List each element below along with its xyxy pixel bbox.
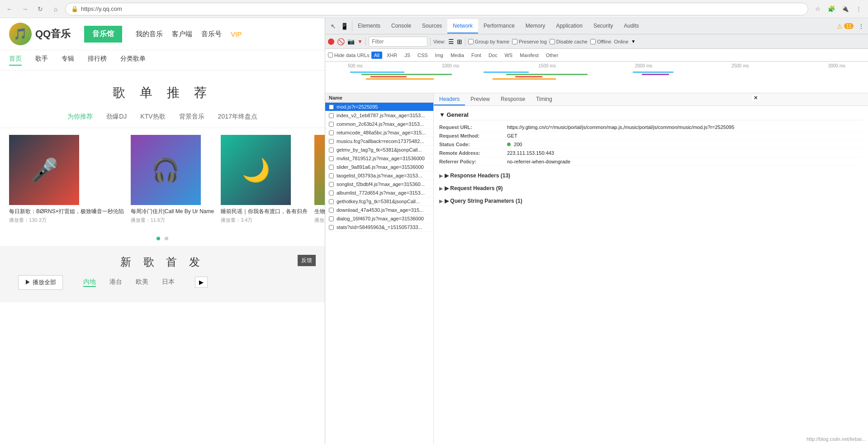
filter-img[interactable]: Img [432, 52, 446, 59]
clear-icon[interactable]: 🚫 [337, 38, 345, 45]
details-tab-response[interactable]: Response [495, 93, 531, 105]
hide-data-urls-checkbox[interactable] [328, 53, 333, 57]
tab-elements[interactable]: Elements [352, 19, 386, 33]
request-row-7[interactable]: slider_9a891a6.js?max_age=31536000 [325, 163, 433, 172]
tab-audits[interactable]: Audits [618, 19, 644, 33]
req-checkbox-0[interactable] [329, 105, 334, 110]
music-card-0[interactable]: 🎤 每日新歌：BØRNS×打雷姐，极致嗓音一秒沦陷 播放量：130.3万 [9, 135, 124, 224]
filter-media[interactable]: Media [448, 52, 467, 59]
req-checkbox-12[interactable] [329, 208, 334, 213]
filter-manifest[interactable]: Manifest [517, 52, 541, 59]
preserve-log-label[interactable]: Preserve log [512, 39, 547, 44]
response-headers-toggle[interactable]: ▶ ▶ Response Headers (13) [439, 171, 863, 181]
recommend-tab-1[interactable]: 劲爆DJ [106, 113, 127, 121]
request-row-0[interactable]: mod.js?r=2525095 [325, 103, 433, 111]
record-button[interactable] [328, 38, 334, 45]
query-params-toggle[interactable]: ▶ ▶ Query String Parameters (1) [439, 196, 863, 206]
req-checkbox-10[interactable] [329, 191, 334, 196]
filter-doc[interactable]: Doc [486, 52, 500, 59]
offline-checkbox[interactable] [590, 39, 596, 44]
details-tab-preview[interactable]: Preview [465, 93, 495, 105]
disable-cache-label[interactable]: Disable cache [550, 39, 588, 44]
address-bar[interactable]: 🔒 https://y.qq.com [65, 3, 808, 15]
filter-font[interactable]: Font [469, 52, 484, 59]
filter-all[interactable]: All [371, 52, 382, 59]
req-checkbox-1[interactable] [329, 113, 334, 118]
request-row-9[interactable]: songlist_f2bdbf4.js?max_age=315360... [325, 180, 433, 189]
online-dropdown-icon[interactable]: ▼ [631, 39, 636, 44]
disable-cache-checkbox[interactable] [550, 39, 555, 44]
feedback-button[interactable]: 反馈 [298, 255, 316, 266]
tab-security[interactable]: Security [588, 19, 618, 33]
play-video-button[interactable]: ▶ [195, 277, 208, 288]
tab-console[interactable]: Console [386, 19, 417, 33]
req-checkbox-7[interactable] [329, 165, 334, 170]
dot-0[interactable] [157, 237, 160, 240]
sub-nav-singer[interactable]: 歌手 [35, 55, 48, 66]
tab-application[interactable]: Application [550, 19, 588, 33]
devtools-select-icon[interactable]: ↖ [329, 21, 338, 32]
req-checkbox-3[interactable] [329, 130, 334, 135]
hide-data-urls-label[interactable]: Hide data URLs [328, 53, 370, 58]
devtools-more-icon[interactable]: ⋮ [856, 21, 866, 32]
devtools-device-icon[interactable]: 📱 [339, 21, 350, 32]
request-row-13[interactable]: dialog_16f4670.js?max_age=31536000 [325, 215, 433, 223]
online-select[interactable]: Online [614, 39, 628, 44]
tab-performance[interactable]: Performance [478, 19, 520, 33]
filter-css[interactable]: CSS [415, 52, 431, 59]
dot-1[interactable] [165, 237, 168, 240]
req-checkbox-8[interactable] [329, 173, 334, 178]
req-checkbox-4[interactable] [329, 139, 334, 144]
tab-memory[interactable]: Memory [520, 19, 550, 33]
request-row-10[interactable]: albumlist_772d654.js?max_age=3153... [325, 189, 433, 197]
sub-nav-album[interactable]: 专辑 [62, 55, 74, 66]
filter-ws[interactable]: WS [502, 52, 515, 59]
tab-sources[interactable]: Sources [417, 19, 447, 33]
request-row-4[interactable]: musicu.fcg?callback=recom17375482... [325, 137, 433, 146]
camera-icon[interactable]: 📷 [347, 38, 355, 45]
music-hall-button[interactable]: 音乐馆 [84, 26, 122, 43]
request-headers-toggle[interactable]: ▶ ▶ Request Headers (9) [439, 183, 863, 193]
request-row-6[interactable]: mvlist_7819512.js?max_age=31536000 [325, 154, 433, 163]
group-by-frame-label[interactable]: Group by frame [468, 39, 509, 44]
preserve-log-checkbox[interactable] [512, 39, 517, 44]
filter-input[interactable] [369, 37, 427, 47]
sub-nav-home[interactable]: 首页 [9, 55, 22, 66]
recommend-tab-2[interactable]: KTV热歌 [140, 113, 165, 121]
my-music-link[interactable]: 我的音乐 [136, 30, 163, 38]
grid-view-icon[interactable]: ⊞ [457, 38, 462, 45]
filter-xhr[interactable]: XHR [384, 52, 400, 59]
req-checkbox-5[interactable] [329, 148, 334, 153]
region-tab-hktw[interactable]: 港台 [109, 278, 122, 287]
recommend-tab-0[interactable]: 为你推荐 [67, 113, 93, 121]
request-row-3[interactable]: returncode_486a5bc.js?max_age=315... [325, 129, 433, 137]
play-all-button[interactable]: ▶ 播放全部 [18, 275, 63, 290]
details-tab-timing[interactable]: Timing [531, 93, 558, 105]
request-row-14[interactable]: stats?sId=58495963&_=1515057333... [325, 223, 433, 232]
recommend-tab-3[interactable]: 背景音乐 [179, 113, 204, 121]
req-checkbox-11[interactable] [329, 199, 334, 204]
req-checkbox-13[interactable] [329, 216, 334, 221]
music-card-3[interactable]: 🦌 生物老师最爱的歌单，直是动物大全 播放量：12.5万 [314, 135, 325, 224]
req-checkbox-14[interactable] [329, 225, 334, 230]
forward-button[interactable]: → [19, 3, 31, 15]
client-link[interactable]: 客户端 [172, 30, 192, 38]
back-button[interactable]: ← [4, 3, 15, 15]
filter-other[interactable]: Other [543, 52, 561, 59]
refresh-button[interactable]: ↻ [34, 3, 46, 15]
filter-icon[interactable]: ▼ [357, 38, 363, 45]
request-row-12[interactable]: download_47a4530.js?max_age=315... [325, 206, 433, 215]
region-tab-western[interactable]: 欧美 [136, 278, 148, 287]
req-checkbox-9[interactable] [329, 182, 334, 187]
details-tab-headers[interactable]: Headers [434, 93, 465, 105]
list-view-icon[interactable]: ☰ [448, 38, 454, 45]
group-by-frame-checkbox[interactable] [468, 39, 474, 44]
vip-link[interactable]: VIP [231, 30, 242, 38]
filter-js[interactable]: JS [402, 52, 413, 59]
request-row-1[interactable]: index_v2_1eb8787.js?max_age=3153... [325, 111, 433, 120]
music-card-1[interactable]: 🎧 每周冷门佳片|Call Me By Ur Name 播放量：11.6万 [131, 135, 214, 224]
recommend-tab-4[interactable]: 2017年终盘点 [218, 113, 257, 121]
home-button[interactable]: ⌂ [50, 3, 62, 15]
req-checkbox-6[interactable] [329, 156, 334, 161]
sub-nav-category[interactable]: 分类歌单 [120, 55, 146, 66]
